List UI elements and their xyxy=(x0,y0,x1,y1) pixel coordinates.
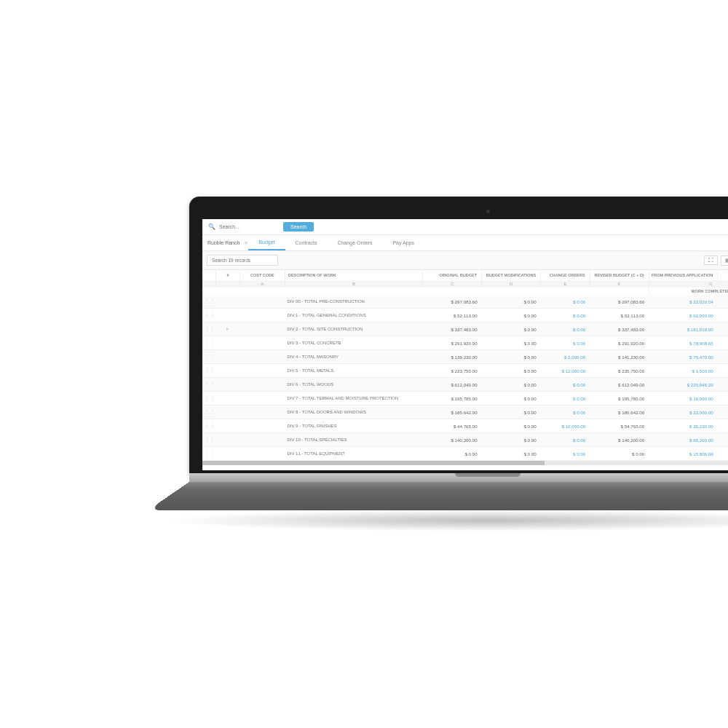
table-row[interactable]: ⋮⋮DIV 3 - TOTAL CONCRETE$ 291,920.00$ 0.… xyxy=(202,336,728,350)
table-row[interactable]: ⋮⋮DIV 00 - TOTAL PRE-CONSTRUCTION$ 297,0… xyxy=(202,295,728,309)
row-expand-icon[interactable] xyxy=(216,419,240,433)
row-change-orders[interactable]: $ 10,000.00 xyxy=(541,419,590,433)
row-handle-icon[interactable]: ⋮⋮ xyxy=(202,336,216,350)
row-change-orders[interactable]: $ 0.00 xyxy=(541,392,590,405)
row-handle-icon[interactable]: ⋮⋮ xyxy=(202,295,216,309)
row-expand-icon[interactable] xyxy=(216,433,240,447)
row-previous[interactable]: $ 78,908.65 xyxy=(649,336,718,350)
row-previous[interactable]: $ 15,806.00 xyxy=(649,447,718,461)
row-handle-icon[interactable]: ⋮⋮ xyxy=(202,405,216,419)
row-expand-icon[interactable] xyxy=(216,392,240,405)
row-handle-icon[interactable]: ⋮⋮ xyxy=(202,433,216,447)
global-search-input[interactable] xyxy=(219,224,283,229)
row-previous[interactable]: $ 85,260.00 xyxy=(649,433,718,447)
row-change-orders[interactable]: $ 12,000.00 xyxy=(541,364,590,378)
row-period[interactable]: $ xyxy=(718,364,728,378)
row-previous[interactable]: $ 23,000.00 xyxy=(649,405,718,419)
row-period[interactable]: $ xyxy=(718,447,728,461)
col-num[interactable]: # xyxy=(216,270,240,280)
row-description: DIV 1 - TOTAL GENERAL CONDITIONS xyxy=(285,309,422,323)
col-change-orders[interactable]: CHANGE ORDERS xyxy=(541,270,590,280)
row-previous[interactable]: $ 181,018.00 xyxy=(649,323,718,336)
row-previous[interactable]: $ 225,846.29 xyxy=(649,378,718,392)
row-expand-icon[interactable] xyxy=(216,295,240,309)
row-expand-icon[interactable] xyxy=(216,447,240,461)
row-period[interactable]: $ xyxy=(718,350,728,364)
table-row[interactable]: ⋮⋮DIV 10 - TOTAL SPECIALTIES$ 140,200.00… xyxy=(202,433,728,447)
row-change-orders[interactable]: $ 0.00 xyxy=(541,336,590,350)
row-period[interactable]: $ xyxy=(718,309,728,323)
row-change-orders[interactable]: $ 0.00 xyxy=(541,295,590,309)
row-original: $ 139,230.00 xyxy=(423,350,482,364)
table-row[interactable]: ⋮⋮DIV 1 - TOTAL GENERAL CONDITIONS$ 52,1… xyxy=(202,309,728,323)
horizontal-scrollbar[interactable] xyxy=(202,461,728,465)
row-change-orders[interactable]: $ 0.00 xyxy=(541,447,590,461)
row-expand-icon[interactable] xyxy=(216,405,240,419)
row-previous[interactable]: $ 35,230.00 xyxy=(649,419,718,433)
row-description: DIV 5 - TOTAL METALS xyxy=(285,364,422,378)
col-revised-budget[interactable]: REVISED BUDGET (C + D) xyxy=(590,270,649,280)
row-change-orders[interactable]: $ 0.00 xyxy=(541,323,590,336)
tab-budget[interactable]: Budget xyxy=(248,235,285,250)
row-handle-icon[interactable]: ⋮⋮ xyxy=(202,447,216,461)
row-previous[interactable]: $ 75,470.00 xyxy=(649,350,718,364)
row-handle-icon[interactable]: ⋮⋮ xyxy=(202,323,216,336)
table-row[interactable]: ⋮⋮DIV 5 - TOTAL METALS$ 223,750.00$ 0.00… xyxy=(202,364,728,378)
col-original-budget[interactable]: ORIGINAL BUDGET xyxy=(423,270,482,280)
row-handle-icon[interactable]: ⋮⋮ xyxy=(202,364,216,378)
row-change-orders[interactable]: $ 0.00 xyxy=(541,405,590,419)
row-expand-icon[interactable] xyxy=(216,336,240,350)
row-period[interactable]: $ 1 xyxy=(718,336,728,350)
row-period[interactable]: $ 48,00 xyxy=(718,392,728,405)
table-row[interactable]: ⋮⋮DIV 8 - TOTAL DOORS AND WINDOWS$ 185,6… xyxy=(202,405,728,419)
row-revised: $ 140,200.00 xyxy=(590,433,649,447)
tab-change-orders[interactable]: Change Orders xyxy=(328,236,383,250)
row-previous[interactable]: $ 92,000.00 xyxy=(649,309,718,323)
project-name: Rubble Ranch xyxy=(205,236,242,250)
search-button[interactable]: Search xyxy=(283,222,314,232)
row-period[interactable] xyxy=(718,378,728,392)
col-description[interactable]: DESCRIPTION OF WORK xyxy=(285,270,422,280)
row-expand-icon[interactable] xyxy=(216,309,240,323)
row-handle-icon[interactable]: ⋮⋮ xyxy=(202,309,216,323)
row-change-orders[interactable]: $ 0.00 xyxy=(541,378,590,392)
table-row[interactable]: ⋮⋮DIV 6 - TOTAL WOODS$ 612,049.00$ 0.00$… xyxy=(202,378,728,392)
row-period[interactable]: $ 13,48 xyxy=(718,323,728,336)
row-mods: $ 0.00 xyxy=(482,336,541,350)
row-change-orders[interactable]: $ 0.00 xyxy=(541,433,590,447)
tab-contracts[interactable]: Contracts xyxy=(285,236,328,250)
table-row[interactable]: ⋮⋮DIV 9 - TOTAL FINISHES$ 44,765.00$ 0.0… xyxy=(202,419,728,433)
records-filter-input[interactable] xyxy=(207,255,278,266)
row-previous[interactable]: $ 23,020.54 xyxy=(649,295,718,309)
row-description: DIV 6 - TOTAL WOODS xyxy=(285,378,422,392)
row-mods: $ 0.00 xyxy=(482,364,541,378)
row-expand-icon[interactable] xyxy=(216,364,240,378)
row-period[interactable]: $ 1 xyxy=(718,405,728,419)
row-handle-icon[interactable]: ⋮⋮ xyxy=(202,378,216,392)
col-budget-mods[interactable]: BUDGET MODIFICATIONS xyxy=(482,270,541,280)
table-row[interactable]: ⋮⋮DIV 7 - TOTAL TERMAL AND MOISTURE PROT… xyxy=(202,392,728,405)
row-previous[interactable]: $ 1,500.00 xyxy=(649,364,718,378)
screen-bezel: 🔍 Search ⬇ ✉ ? Rubble Ranch ✕ Budget Con… xyxy=(189,197,728,473)
row-handle-icon[interactable]: ⋮⋮ xyxy=(202,392,216,405)
row-expand-icon[interactable]: ▸ xyxy=(216,323,240,336)
row-period[interactable]: $ xyxy=(718,419,728,433)
row-previous[interactable]: $ 16,000.00 xyxy=(649,392,718,405)
view-toggle-icon[interactable]: ▦ ▾ xyxy=(721,256,728,266)
tab-pay-apps[interactable]: Pay Apps xyxy=(382,236,424,250)
expand-icon[interactable]: ⛶ xyxy=(704,256,718,265)
row-change-orders[interactable]: $ 2,000.00 xyxy=(541,350,590,364)
col-cost-code[interactable]: COST CODE xyxy=(240,270,285,280)
row-handle-icon[interactable]: ⋮⋮ xyxy=(202,419,216,433)
row-period[interactable]: $ xyxy=(718,433,728,447)
col-this-period[interactable]: THIS PERIOD xyxy=(718,270,728,280)
row-period[interactable]: $ xyxy=(718,295,728,309)
row-change-orders[interactable]: $ 0.00 xyxy=(541,309,590,323)
col-from-previous[interactable]: FROM PREVIOUS APPLICATION xyxy=(649,270,718,280)
row-expand-icon[interactable] xyxy=(216,350,240,364)
table-row[interactable]: ⋮⋮DIV 4 - TOTAL MASONRY$ 139,230.00$ 0.0… xyxy=(202,350,728,364)
row-handle-icon[interactable]: ⋮⋮ xyxy=(202,350,216,364)
table-row[interactable]: ⋮⋮▸DIV 2 - TOTAL SITE CONSTRUCTION$ 337,… xyxy=(202,323,728,336)
table-row[interactable]: ⋮⋮DIV 11 - TOTAL EQUIPMENT$ 0.00$ 0.00$ … xyxy=(202,447,728,461)
row-expand-icon[interactable] xyxy=(216,378,240,392)
